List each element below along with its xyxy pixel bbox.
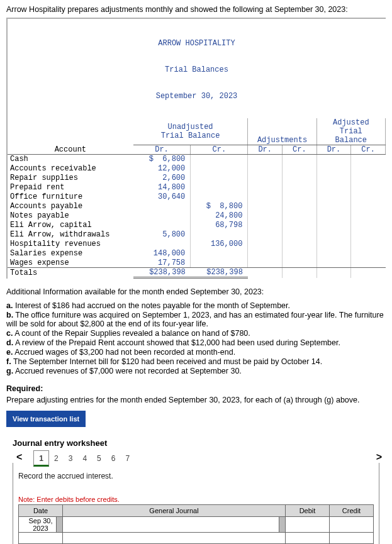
- account-name: Hospitality revenues: [8, 240, 133, 249]
- adjbal-dr: [316, 164, 351, 174]
- worksheet-tab-6[interactable]: 6: [106, 451, 121, 465]
- unadj-cr: [191, 230, 248, 240]
- adj-cr: [283, 183, 317, 192]
- adjbal-dr: [316, 155, 351, 164]
- adjbal-cr: [351, 221, 386, 230]
- group-unadjusted: Unadjusted Trial Balance: [133, 118, 248, 145]
- dr-header-1: Dr.: [133, 145, 191, 155]
- intro-text: Arrow Hospitality prepares adjustments m…: [6, 5, 386, 14]
- view-transaction-list-button[interactable]: View transaction list: [6, 411, 86, 427]
- adj-dr: [248, 155, 283, 164]
- trial-balance-table: Unadjusted Trial Balance Adjustments Adj…: [8, 118, 386, 279]
- debit-cell[interactable]: [286, 533, 330, 544]
- unadj-cr: [191, 192, 248, 202]
- col-general-journal: General Journal: [63, 505, 286, 517]
- unadj-cr: [191, 183, 248, 192]
- next-tab-button[interactable]: >: [372, 452, 386, 463]
- additional-info-item: a. Interest of $186 had accrued on the n…: [6, 301, 386, 310]
- adjbal-dr: [316, 211, 351, 221]
- unadj-dr: 12,000: [133, 164, 191, 174]
- adj-dr: [248, 174, 283, 183]
- adj-dr: [248, 183, 283, 192]
- account-cell[interactable]: [63, 533, 286, 544]
- worksheet-tab-4[interactable]: 4: [77, 451, 92, 465]
- required-heading: Required:: [6, 384, 386, 393]
- adjbal-cr: [351, 249, 386, 258]
- worksheet-tab-5[interactable]: 5: [92, 451, 106, 465]
- adjbal-cr: [351, 230, 386, 240]
- required-text: Prepare adjusting entries for the month …: [6, 396, 386, 404]
- group-adjusted: Adjusted Trial Balance: [316, 118, 385, 145]
- col-debit: Debit: [286, 505, 330, 517]
- date-cell[interactable]: Sep 30, 2023: [19, 517, 63, 533]
- adjbal-cr: [351, 258, 386, 268]
- additional-info-heading: Additional Information available for the…: [6, 287, 386, 296]
- account-name: Wages expense: [8, 258, 133, 268]
- worksheet-tab-7[interactable]: 7: [120, 451, 135, 465]
- tb-title-1: ARROW HOSPITALITY: [8, 39, 386, 48]
- additional-info-item: d. A review of the Prepaid Rent account …: [6, 338, 386, 347]
- tb-title-2: Trial Balances: [8, 65, 386, 74]
- adj-dr: [248, 211, 283, 221]
- unadj-cr: [191, 164, 248, 174]
- totals-label: Totals: [8, 268, 133, 278]
- adjbal-dr: [316, 192, 351, 202]
- unadj-dr: 5,800: [133, 230, 191, 240]
- account-dropdown-handle[interactable]: [279, 517, 285, 532]
- dr-header-2: Dr.: [248, 145, 283, 155]
- adj-cr: [283, 202, 317, 211]
- debits-before-credits-note: Note: Enter debits before credits.: [18, 496, 374, 503]
- additional-info-item: e. Accrued wages of $3,200 had not been …: [6, 348, 386, 357]
- credit-cell[interactable]: [330, 533, 374, 544]
- cr-header-1: Cr.: [191, 145, 248, 155]
- col-date: Date: [19, 505, 63, 517]
- prev-tab-button[interactable]: <: [13, 452, 26, 463]
- adj-cr: [283, 240, 317, 249]
- worksheet-tab-1[interactable]: 1: [33, 450, 49, 467]
- totals-dr: $238,398: [133, 268, 191, 278]
- worksheet-tab-3[interactable]: 3: [64, 451, 78, 465]
- account-name: Eli Arrow, withdrawals: [8, 230, 133, 240]
- additional-info-item: c. A count of the Repair Supplies reveal…: [6, 329, 386, 338]
- adj-cr: [283, 221, 317, 230]
- worksheet-tabs: < 1234567 >: [13, 452, 386, 463]
- adjbal-cr: [351, 202, 386, 211]
- worksheet-panel: Record the accrued interest. Note: Enter…: [13, 463, 379, 544]
- credit-cell[interactable]: [330, 517, 374, 533]
- entry-instruction: Record the accrued interest.: [18, 472, 374, 480]
- debit-cell[interactable]: [286, 517, 330, 533]
- unadj-cr: [191, 174, 248, 183]
- journal-entry-table: Date General Journal Debit Credit Sep 30…: [18, 504, 374, 544]
- adjbal-dr: [316, 221, 351, 230]
- worksheet-tab-2[interactable]: 2: [49, 451, 64, 465]
- adjbal-cr: [351, 155, 386, 164]
- adj-dr: [248, 221, 283, 230]
- unadj-cr: $ 8,800: [191, 202, 248, 211]
- tb-title-3: September 30, 2023: [8, 92, 386, 101]
- adjbal-cr: [351, 211, 386, 221]
- unadj-cr: [191, 155, 248, 164]
- adjbal-cr: [351, 240, 386, 249]
- adjbal-cr: [351, 164, 386, 174]
- adjbal-dr: [316, 183, 351, 192]
- additional-info-item: g. Accrued revenues of $7,000 were not r…: [6, 367, 386, 375]
- date-dropdown-handle[interactable]: [56, 517, 62, 532]
- account-cell[interactable]: [63, 517, 286, 533]
- adj-dr: [248, 240, 283, 249]
- unadj-dr: 30,640: [133, 192, 191, 202]
- adjbal-dr: [316, 249, 351, 258]
- unadj-cr: 136,000: [191, 240, 248, 249]
- account-name: Notes payable: [8, 211, 133, 221]
- additional-info-list: a. Interest of $186 had accrued on the n…: [6, 301, 386, 375]
- account-name: Office furniture: [8, 192, 133, 202]
- adj-cr: [283, 155, 317, 164]
- unadj-dr: 17,758: [133, 258, 191, 268]
- cr-header-2: Cr.: [283, 145, 317, 155]
- date-cell[interactable]: [19, 533, 63, 544]
- adj-cr: [283, 174, 317, 183]
- unadj-dr: [133, 221, 191, 230]
- adj-dr: [248, 192, 283, 202]
- adj-dr: [248, 202, 283, 211]
- adj-cr: [283, 258, 317, 268]
- totals-cr: $238,398: [191, 268, 248, 278]
